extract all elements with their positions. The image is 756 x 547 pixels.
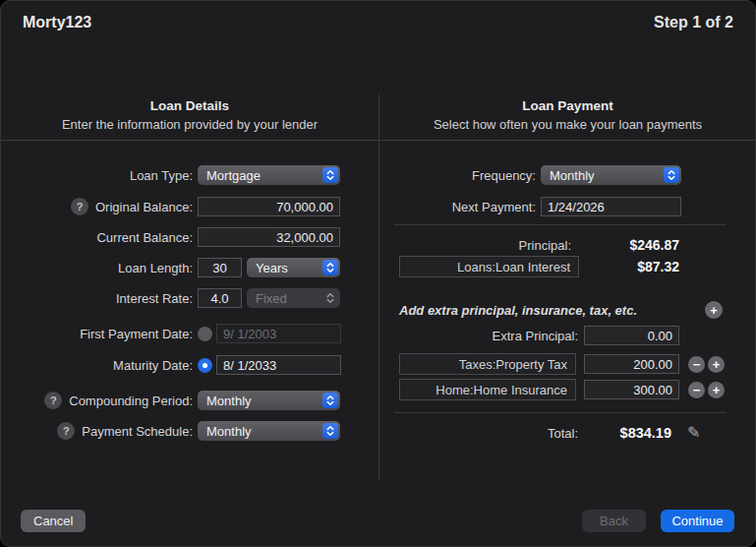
extra-item-row: Home:Home Insurance − +: [378, 379, 756, 400]
original-balance-label: Original Balance:: [95, 200, 193, 214]
extra-category-box[interactable]: Taxes:Property Tax: [399, 353, 576, 375]
interest-rate-type-popup: Fixed: [247, 288, 340, 308]
current-balance-row: Current Balance:: [1, 226, 378, 248]
continue-button[interactable]: Continue: [661, 510, 734, 532]
compounding-period-value: Monthly: [206, 394, 252, 408]
next-payment-label: Next Payment:: [378, 200, 536, 214]
loan-details-header: Loan Details Enter the information provi…: [1, 98, 378, 132]
extra-principal-input[interactable]: [584, 326, 679, 345]
loan-type-popup[interactable]: Mortgage: [198, 165, 340, 185]
maturity-date-row: Maturity Date:: [1, 354, 378, 376]
popup-chevrons-icon: [322, 167, 338, 183]
interest-row: Loans:Loan Interest $87.32: [378, 256, 756, 277]
interest-category-box[interactable]: Loans:Loan Interest: [399, 256, 579, 277]
extra-category-box[interactable]: Home:Home Insurance: [399, 379, 576, 400]
add-extra-icon[interactable]: +: [708, 356, 725, 373]
original-balance-row: ? Original Balance:: [1, 196, 378, 217]
loan-length-unit-value: Years: [256, 261, 288, 275]
maturity-date-input[interactable]: [216, 355, 341, 375]
loan-length-label: Loan Length:: [1, 261, 193, 275]
popup-chevrons-icon: [664, 167, 679, 183]
popup-chevrons-icon: [322, 393, 338, 408]
remove-extra-icon[interactable]: −: [688, 356, 705, 373]
total-row: Total: $834.19 ✎: [378, 422, 756, 444]
first-payment-date-label: First Payment Date:: [1, 327, 193, 341]
payment-schedule-row: ? Payment Schedule: Monthly: [1, 420, 378, 442]
back-button: Back: [582, 510, 646, 532]
payment-schedule-label: Payment Schedule:: [82, 424, 193, 439]
edit-total-icon[interactable]: ✎: [687, 425, 700, 441]
interest-rate-row: Interest Rate: Fixed: [1, 287, 378, 309]
payment-schedule-popup[interactable]: Monthly: [198, 421, 340, 441]
principal-value: $246.87: [571, 237, 679, 253]
current-balance-input[interactable]: [198, 227, 340, 247]
principal-row: Principal: $246.87: [378, 234, 756, 256]
compounding-period-popup[interactable]: Monthly: [198, 391, 340, 410]
original-balance-input[interactable]: [198, 197, 340, 216]
loan-setup-dialog: Morty123 Step 1 of 2 Loan Details Enter …: [0, 0, 756, 547]
total-section-divider: [394, 412, 727, 413]
total-label: Total:: [378, 426, 578, 441]
next-payment-input[interactable]: [541, 197, 681, 216]
maturity-date-radio[interactable]: [198, 358, 212, 373]
interest-rate-input[interactable]: [198, 288, 242, 308]
loan-payment-heading: Loan Payment: [378, 98, 756, 113]
loan-payment-header: Loan Payment Select how often you make y…: [378, 98, 756, 132]
maturity-date-label: Maturity Date:: [1, 358, 193, 373]
payment-schedule-value: Monthly: [206, 424, 252, 439]
extras-hint-text: Add extra principal, insurance, tax, etc…: [399, 303, 637, 318]
loan-length-input[interactable]: [198, 258, 242, 277]
popup-chevrons-icon: [322, 423, 338, 439]
loan-length-unit-popup[interactable]: Years: [247, 258, 340, 277]
extra-category-value: Taxes:Property Tax: [459, 357, 567, 372]
remove-extra-icon[interactable]: −: [688, 382, 705, 398]
popup-chevrons-icon: [322, 260, 338, 275]
compounding-period-row: ? Compounding Period: Monthly: [1, 390, 378, 411]
extras-hint-row: Add extra principal, insurance, tax, etc…: [378, 299, 756, 321]
interest-category-value: Loans:Loan Interest: [457, 260, 570, 274]
loan-length-row: Loan Length: Years: [1, 257, 378, 278]
first-payment-date-input: [216, 324, 341, 343]
help-icon[interactable]: ?: [71, 198, 88, 215]
cancel-button[interactable]: Cancel: [21, 510, 86, 532]
principal-label: Principal:: [378, 238, 571, 253]
compounding-period-label: Compounding Period:: [69, 394, 193, 408]
help-icon[interactable]: ?: [44, 392, 62, 409]
loan-type-label: Loan Type:: [1, 168, 193, 183]
extra-amount-input[interactable]: [584, 354, 679, 374]
extra-principal-row: Extra Principal:: [378, 325, 756, 346]
frequency-popup[interactable]: Monthly: [541, 165, 681, 185]
extra-category-value: Home:Home Insurance: [436, 383, 567, 397]
total-value: $834.19: [578, 425, 671, 441]
add-extra-icon[interactable]: +: [708, 382, 725, 398]
loan-type-row: Loan Type: Mortgage: [1, 164, 378, 186]
interest-rate-type-value: Fixed: [256, 291, 287, 306]
frequency-value: Monthly: [550, 168, 595, 183]
current-balance-label: Current Balance:: [1, 230, 193, 245]
loan-type-popup-value: Mortgage: [206, 168, 261, 183]
next-payment-row: Next Payment:: [378, 196, 756, 217]
first-payment-date-row: First Payment Date:: [1, 323, 378, 344]
titlebar: Morty123 Step 1 of 2: [23, 14, 733, 31]
payment-section-divider: [394, 224, 727, 225]
extra-item-row: Taxes:Property Tax − +: [378, 353, 756, 375]
frequency-label: Frequency:: [378, 168, 536, 183]
popup-chevrons-icon: [322, 290, 338, 306]
interest-rate-label: Interest Rate:: [1, 291, 193, 306]
loan-details-subheading: Enter the information provided by your l…: [1, 117, 378, 132]
window-title: Morty123: [23, 14, 91, 31]
add-extra-icon[interactable]: +: [705, 301, 723, 319]
first-payment-radio[interactable]: [198, 327, 212, 341]
loan-details-heading: Loan Details: [1, 98, 378, 113]
help-icon[interactable]: ?: [57, 422, 75, 440]
step-indicator: Step 1 of 2: [654, 14, 733, 31]
extra-principal-label: Extra Principal:: [378, 329, 578, 343]
extra-amount-input[interactable]: [584, 380, 679, 399]
interest-value: $87.32: [579, 259, 679, 274]
frequency-row: Frequency: Monthly: [378, 164, 756, 186]
loan-payment-subheading: Select how often you make your loan paym…: [378, 117, 756, 132]
